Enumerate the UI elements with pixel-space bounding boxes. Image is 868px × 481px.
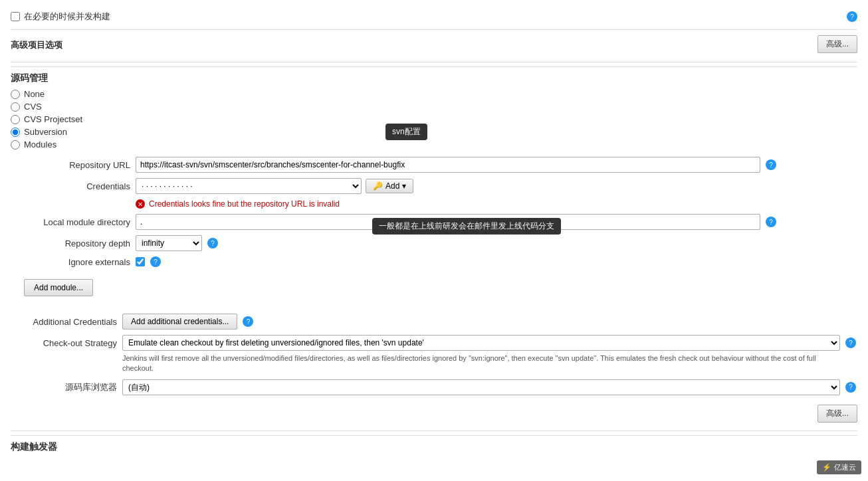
additional-credentials-row: Additional Credentials Add additional cr… xyxy=(11,314,857,330)
radio-none: None xyxy=(11,88,857,100)
repo-url-help-icon[interactable]: ? xyxy=(766,159,776,170)
checkout-strategy-description: Jenkins will first remove all the unvers… xyxy=(122,353,827,374)
credentials-select[interactable]: · · · · · · · · · · · · xyxy=(136,178,362,194)
radio-cvs-projectset-input[interactable] xyxy=(11,115,20,124)
advanced-button[interactable]: 高级... xyxy=(817,35,857,53)
ignore-externals-checkbox[interactable] xyxy=(136,257,145,266)
radio-none-label: None xyxy=(24,89,45,99)
add-module-button[interactable]: Add module... xyxy=(24,279,93,296)
bottom-advanced-row: 高级... xyxy=(11,401,857,427)
watermark-logo: ⚡ xyxy=(822,463,831,472)
repo-url-label: Repository URL xyxy=(24,160,130,170)
local-module-tooltip: 一般都是在上线前研发会在邮件里发上线代码分支 xyxy=(372,218,561,235)
source-mgmt-radio-list: None CVS CVS Projectset Subversion Modul… xyxy=(11,88,857,150)
add-additional-credentials-button[interactable]: Add additional credentials... xyxy=(122,314,237,330)
credentials-error-msg: Credentials looks fine but the repositor… xyxy=(149,199,340,209)
concurrent-build-checkbox[interactable] xyxy=(11,12,20,21)
additional-credentials-help-icon[interactable]: ? xyxy=(243,316,253,327)
repo-depth-select[interactable]: infinity empty files immediates xyxy=(136,235,202,251)
local-module-help-icon[interactable]: ? xyxy=(766,217,776,227)
radio-modules: Modules xyxy=(11,139,857,150)
key-icon: 🔑 xyxy=(373,181,383,191)
checkout-strategy-select[interactable]: Emulate clean checkout by first deleting… xyxy=(122,335,840,351)
build-trigger-title: 构建触发器 xyxy=(11,441,57,453)
source-mgmt-title: 源码管理 xyxy=(11,72,857,84)
radio-subversion-input[interactable] xyxy=(11,128,20,137)
watermark-text: 亿速云 xyxy=(834,462,856,472)
add-credentials-button[interactable]: 🔑 Add ▾ xyxy=(366,179,413,193)
checkout-strategy-row: Check-out Strategy Emulate clean checkou… xyxy=(11,335,857,351)
svn-tooltip: svn配置 xyxy=(385,124,427,140)
credentials-row: Credentials · · · · · · · · · · · · 🔑 Ad… xyxy=(24,178,857,194)
radio-subversion: Subversion xyxy=(11,126,857,138)
repo-url-input[interactable] xyxy=(136,157,760,173)
additional-credentials-label: Additional Credentials xyxy=(11,317,117,327)
concurrent-build-label: 在必要的时候并发构建 xyxy=(24,11,110,23)
local-module-label: Local module directory xyxy=(24,217,130,227)
source-browser-row: 源码库浏览器 (自动) ? xyxy=(11,379,857,395)
credentials-controls: · · · · · · · · · · · · 🔑 Add ▾ xyxy=(136,178,413,194)
radio-modules-input[interactable] xyxy=(11,140,20,149)
bottom-advanced-button[interactable]: 高级... xyxy=(817,405,857,423)
source-browser-select[interactable]: (自动) xyxy=(122,379,840,395)
repo-depth-row: Repository depth infinity empty files im… xyxy=(24,235,857,251)
advanced-section-header: 高级项目选项 高级... xyxy=(11,30,857,58)
checkout-strategy-label: Check-out Strategy xyxy=(11,338,117,348)
credentials-error-row: ✕ Credentials looks fine but the reposit… xyxy=(136,199,857,209)
repo-depth-help-icon[interactable]: ? xyxy=(207,238,218,248)
top-row: 在必要的时候并发构建 ? xyxy=(11,7,857,30)
source-browser-label: 源码库浏览器 xyxy=(11,381,117,393)
checkout-strategy-help-icon[interactable]: ? xyxy=(845,337,856,348)
add-credentials-label: Add xyxy=(385,181,399,191)
radio-none-input[interactable] xyxy=(11,90,20,99)
repo-url-row: Repository URL ? xyxy=(24,157,857,173)
radio-modules-label: Modules xyxy=(24,140,56,149)
ignore-externals-row: Ignore externals ? xyxy=(24,256,857,267)
ignore-externals-label: Ignore externals xyxy=(24,257,130,267)
page-container: 在必要的时候并发构建 ? 高级项目选项 高级... 源码管理 None CVS … xyxy=(0,0,868,481)
source-browser-help-icon[interactable]: ? xyxy=(845,382,856,393)
ignore-externals-help-icon[interactable]: ? xyxy=(150,256,161,267)
divider-2 xyxy=(11,431,857,431)
source-mgmt-section: 源码管理 None CVS CVS Projectset Subversion … xyxy=(11,66,857,314)
radio-cvs: CVS xyxy=(11,101,857,112)
credentials-label: Credentials xyxy=(24,181,130,191)
add-credentials-arrow: ▾ xyxy=(402,181,406,191)
radio-cvs-input[interactable] xyxy=(11,102,20,112)
advanced-section-title: 高级项目选项 xyxy=(11,34,62,54)
divider-1 xyxy=(11,62,857,62)
radio-subversion-label: Subversion xyxy=(24,127,67,137)
error-circle-icon: ✕ xyxy=(136,199,145,209)
radio-cvs-projectset-label: CVS Projectset xyxy=(24,114,82,124)
radio-cvs-label: CVS xyxy=(24,102,42,112)
radio-cvs-projectset: CVS Projectset xyxy=(11,114,857,125)
repo-depth-label: Repository depth xyxy=(24,239,130,248)
build-trigger-section: 构建触发器 xyxy=(11,435,857,458)
watermark-badge: ⚡ 亿速云 xyxy=(817,460,861,474)
top-left: 在必要的时候并发构建 xyxy=(11,11,110,23)
svn-config-section: Repository URL ? Credentials · · · · · ·… xyxy=(11,157,857,302)
add-module-row: Add module... xyxy=(24,274,857,302)
concurrent-build-help-icon[interactable]: ? xyxy=(847,11,857,22)
